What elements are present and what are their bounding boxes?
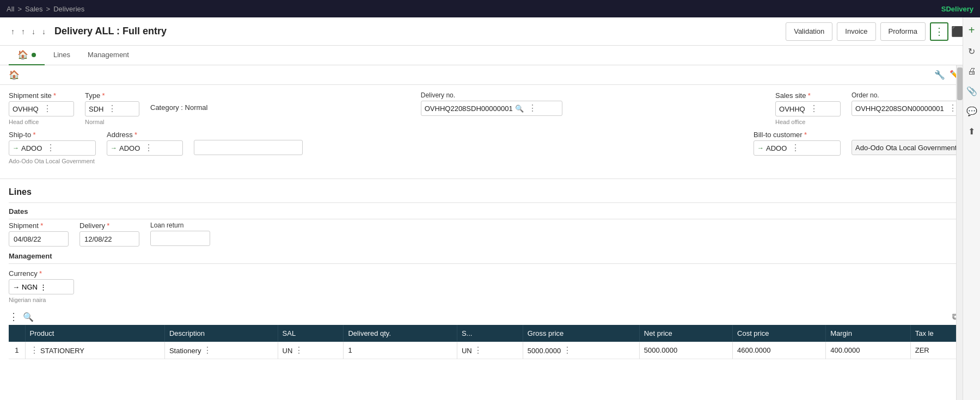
loan-return-input[interactable] <box>150 231 210 246</box>
address-input[interactable]: → ADOO ⋮ <box>107 140 183 156</box>
proforma-button[interactable]: Proforma <box>880 22 926 41</box>
col-net-price[interactable]: Net price <box>639 325 732 342</box>
col-gross-price[interactable]: Gross price <box>523 325 639 342</box>
currency-dots[interactable]: ⋮ <box>40 283 47 291</box>
sidebar-plus-icon[interactable]: + <box>966 22 977 39</box>
col-product[interactable]: Product <box>25 325 164 342</box>
ship-to-input[interactable]: → ADOO ⋮ <box>9 140 96 156</box>
type-field: Type * SDH ⋮ Normal <box>85 91 139 125</box>
row-s-dots[interactable]: ⋮ <box>474 346 482 355</box>
bill-to-input[interactable]: → ADOO ⋮ <box>754 140 841 156</box>
ship-to-dots[interactable]: ⋮ <box>46 144 55 152</box>
col-s[interactable]: S... <box>457 325 523 342</box>
sidebar-refresh-icon[interactable]: ↻ <box>966 44 977 59</box>
sales-site-input[interactable]: OVHHQ ⋮ <box>775 101 841 116</box>
sales-site-label: Sales site * <box>775 91 841 100</box>
row-gross-dots[interactable]: ⋮ <box>563 346 572 355</box>
shipment-site-label: Shipment site * <box>9 91 74 100</box>
row-cost-price[interactable]: 4600.0000 <box>733 342 826 359</box>
row-desc-dots[interactable]: ⋮ <box>203 346 212 355</box>
tab-home[interactable]: 🏠 <box>9 45 45 65</box>
breadcrumb-all[interactable]: All <box>7 5 14 13</box>
nav-up1[interactable]: ↑ <box>9 26 17 37</box>
sidebar-print-icon[interactable]: 🖨 <box>965 64 978 78</box>
row-product[interactable]: ⋮ STATIONERY <box>25 342 164 359</box>
type-input[interactable]: SDH ⋮ <box>85 101 139 116</box>
table-search-icon[interactable]: 🔍 <box>23 312 34 322</box>
type-dots[interactable]: ⋮ <box>108 104 117 113</box>
scroll-track[interactable] <box>956 65 963 400</box>
currency-field: Currency * → NGN ⋮ Nigerian naira <box>9 269 74 303</box>
table-toolbar-left: ⋮ 🔍 <box>9 311 34 323</box>
sales-site-sub: Head office <box>775 119 841 125</box>
shipment-site-dots[interactable]: ⋮ <box>43 104 52 113</box>
loan-return-field: Loan return <box>150 221 210 246</box>
delivery-no-field: Delivery no. OVHHQ2208SDH00000001 🔍 ⋮ <box>421 91 562 116</box>
lines-header: Lines ∧ <box>9 181 971 200</box>
nav-up2[interactable]: ↑ <box>19 26 27 37</box>
sidebar-upload-icon[interactable]: ⬆ <box>966 124 977 139</box>
address-value: ADOO <box>119 144 140 152</box>
row-delivered-qty[interactable]: 1 <box>344 342 457 359</box>
lines-section: Lines ∧ Dates Shipment * Delivery * Loan… <box>0 181 980 359</box>
col-description[interactable]: Description <box>164 325 278 342</box>
address-extra-input[interactable] <box>194 140 303 155</box>
bill-to-extra-label <box>852 131 971 138</box>
shipment-site-input[interactable]: OVHHQ ⋮ <box>9 101 74 116</box>
top-bar: All > Sales > Deliveries SDelivery <box>0 0 980 17</box>
tab-lines-label: Lines <box>53 51 70 59</box>
delivery-search-icon[interactable]: 🔍 <box>515 104 524 113</box>
validation-button[interactable]: Validation <box>786 22 832 41</box>
table-head: Product Description SAL Delivered qty. S… <box>9 325 971 342</box>
row-description[interactable]: Stationery ⋮ <box>164 342 278 359</box>
row-s[interactable]: UN ⋮ <box>457 342 523 359</box>
nav-tabs: 🏠 Lines Management <box>0 46 980 65</box>
home-icon: 🏠 <box>17 50 28 60</box>
delivery-no-dots[interactable]: ⋮ <box>528 104 537 113</box>
form-section: Shipment site * OVHHQ ⋮ Head office Type… <box>0 85 980 176</box>
col-delivered-qty[interactable]: Delivered qty. <box>344 325 457 342</box>
row-num: 1 <box>9 342 25 359</box>
sales-site-dots[interactable]: ⋮ <box>810 104 818 113</box>
row-margin[interactable]: 400.0000 <box>826 342 910 359</box>
invoice-button[interactable]: Invoice <box>837 22 875 41</box>
row-sal[interactable]: UN ⋮ <box>278 342 344 359</box>
delivery-date-input[interactable] <box>79 231 139 247</box>
nav-down1[interactable]: ↓ <box>29 26 38 37</box>
tab-lines[interactable]: Lines <box>45 46 79 64</box>
order-no-input[interactable]: OVHHQ2208SON00000001 ⋮ <box>852 101 971 116</box>
category-text: Category : Normal <box>150 91 207 112</box>
row-net-price[interactable]: 5000.0000 <box>639 342 732 359</box>
breadcrumb: All > Sales > Deliveries <box>7 5 84 13</box>
breadcrumb-sep2: > <box>46 5 51 13</box>
breadcrumb-sales[interactable]: Sales <box>25 5 43 13</box>
col-cost-price[interactable]: Cost price <box>733 325 826 342</box>
sales-site-field: Sales site * OVHHQ ⋮ Head office <box>775 91 841 125</box>
lines-title: Lines <box>9 187 32 197</box>
row-product-dots[interactable]: ⋮ <box>30 346 39 355</box>
ship-to-arrow: → <box>13 144 19 152</box>
address-dots[interactable]: ⋮ <box>144 144 153 152</box>
more-button[interactable]: ⋮ <box>930 22 948 41</box>
bill-to-dots[interactable]: ⋮ <box>791 144 800 152</box>
currency-input[interactable]: → NGN ⋮ <box>9 279 74 294</box>
table-dots-icon[interactable]: ⋮ <box>9 311 19 323</box>
section-header-bar: 🏠 🔧 ✏️ ∧ <box>0 65 980 85</box>
sidebar-chat-icon[interactable]: 💬 <box>964 104 979 119</box>
col-margin[interactable]: Margin <box>826 325 910 342</box>
scroll-thumb[interactable] <box>957 67 963 100</box>
more-icon: ⋮ <box>934 27 944 36</box>
type-label: Type * <box>85 91 139 100</box>
row-sal-dots[interactable]: ⋮ <box>295 346 303 355</box>
sidebar-clip-icon[interactable]: 📎 <box>964 84 979 99</box>
wrench-icon[interactable]: 🔧 <box>934 70 945 80</box>
ship-to-value: ADOO <box>21 144 42 152</box>
col-sal[interactable]: SAL <box>278 325 344 342</box>
tab-management[interactable]: Management <box>79 46 138 64</box>
main-content: 🏠 🔧 ✏️ ∧ Shipment site * OVHHQ ⋮ Head of… <box>0 65 980 400</box>
shipment-date-input[interactable] <box>9 231 69 247</box>
delivery-no-input[interactable]: OVHHQ2208SDH00000001 🔍 ⋮ <box>421 101 562 116</box>
nav-down2[interactable]: ↓ <box>40 26 48 37</box>
row-gross-price[interactable]: 5000.0000 ⋮ <box>523 342 639 359</box>
bill-to-extra-input[interactable]: Ado-Odo Ota Local Government <box>852 140 971 155</box>
